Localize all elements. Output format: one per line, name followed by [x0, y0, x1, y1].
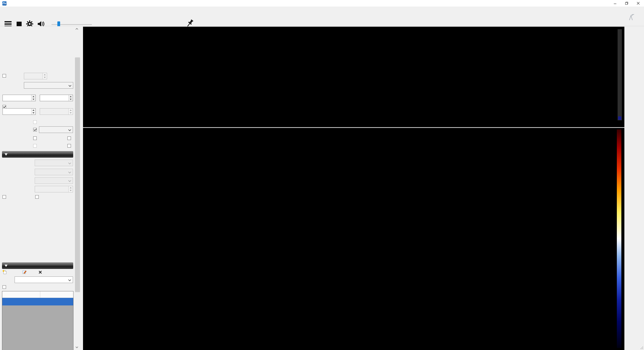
- unity-gain-checkbox[interactable]: [3, 195, 6, 199]
- scroll-up-arrow-icon[interactable]: [75, 28, 78, 30]
- fm-new-button[interactable]: [3, 269, 8, 275]
- control-side-panel: [0, 26, 74, 350]
- bandwidth-spinner[interactable]: [31, 95, 35, 101]
- restore-button[interactable]: [621, 0, 632, 7]
- fm-edit-button[interactable]: [22, 269, 28, 275]
- waterfall-display[interactable]: [88, 128, 615, 349]
- edit-pencil-icon: [22, 270, 27, 274]
- chevron-down-icon: [68, 170, 71, 173]
- app-logo-icon: [2, 1, 7, 6]
- collapse-arrow-icon: [5, 265, 8, 267]
- chevron-down-icon: [68, 128, 71, 131]
- shift-spinner[interactable]: [43, 73, 47, 79]
- scrollbar-thumb[interactable]: [75, 57, 80, 292]
- fm-stereo-checkbox: [33, 120, 37, 124]
- stop-button[interactable]: [17, 22, 22, 27]
- show-on-spectrum-checkbox[interactable]: [3, 285, 6, 289]
- frequency-table-header: [2, 291, 73, 298]
- order-spinner[interactable]: [68, 95, 73, 101]
- delete-x-icon: [38, 270, 42, 274]
- group-dropdown[interactable]: [15, 276, 73, 283]
- side-panel-scrollbar[interactable]: [74, 26, 80, 350]
- squelch-field[interactable]: [3, 108, 36, 115]
- snr-meter-bar: [618, 29, 622, 120]
- anti-fading-checkbox: [33, 144, 37, 148]
- toolbar: [0, 7, 644, 26]
- minimize-button[interactable]: [609, 0, 621, 7]
- cw-shift-field: [40, 108, 73, 115]
- chevron-down-icon: [68, 179, 71, 182]
- order-field[interactable]: [40, 95, 73, 101]
- shift-field[interactable]: [24, 73, 47, 79]
- title-bar: [0, 0, 644, 7]
- section-header-audio[interactable]: [2, 151, 73, 158]
- chevron-down-icon: [68, 278, 71, 281]
- cw-shift-spinner: [68, 109, 73, 115]
- section-header-frequency-manager[interactable]: [2, 262, 73, 269]
- audio-output-dropdown: [35, 177, 73, 184]
- filter-dropdown[interactable]: [24, 82, 73, 89]
- snap-to-grid-checkbox[interactable]: [33, 128, 37, 131]
- new-page-icon: [3, 270, 7, 274]
- display-sliders-panel: [624, 26, 644, 350]
- snr-meter-indicator: [618, 116, 621, 120]
- close-button[interactable]: [632, 0, 644, 7]
- audio-input-dropdown: [35, 169, 73, 175]
- step-size-dropdown[interactable]: [39, 126, 73, 133]
- spectrum-display[interactable]: [83, 27, 624, 127]
- waterfall-color-legend: [617, 129, 621, 348]
- lock-carrier-checkbox[interactable]: [33, 136, 37, 140]
- filter-audio-checkbox[interactable]: [35, 195, 39, 199]
- spectrum-waterfall-divider[interactable]: [83, 127, 624, 128]
- main-area: [0, 26, 644, 350]
- chevron-down-icon: [68, 161, 71, 164]
- latency-spinner: [68, 186, 73, 192]
- shift-checkbox[interactable]: [3, 74, 6, 78]
- collapse-arrow-icon: [5, 153, 8, 156]
- table-row-selected[interactable]: [2, 298, 73, 305]
- samplerate-dropdown: [35, 160, 73, 166]
- latency-field: [35, 186, 73, 192]
- column-divider: [40, 291, 40, 298]
- fm-delete-button[interactable]: [38, 269, 44, 275]
- airspy-logo: [627, 14, 634, 21]
- bandwidth-field[interactable]: [3, 95, 36, 101]
- swap-iq-checkbox[interactable]: [67, 144, 71, 148]
- chevron-down-icon: [68, 84, 71, 87]
- squelch-spinner[interactable]: [31, 109, 35, 115]
- squelch-checkbox[interactable]: [3, 105, 6, 109]
- scroll-down-arrow-icon[interactable]: [75, 345, 78, 348]
- frequency-table[interactable]: [2, 291, 73, 350]
- spectrum-waterfall-area: [83, 27, 624, 350]
- correct-iq-checkbox[interactable]: [67, 136, 71, 140]
- resize-grip[interactable]: [640, 346, 643, 349]
